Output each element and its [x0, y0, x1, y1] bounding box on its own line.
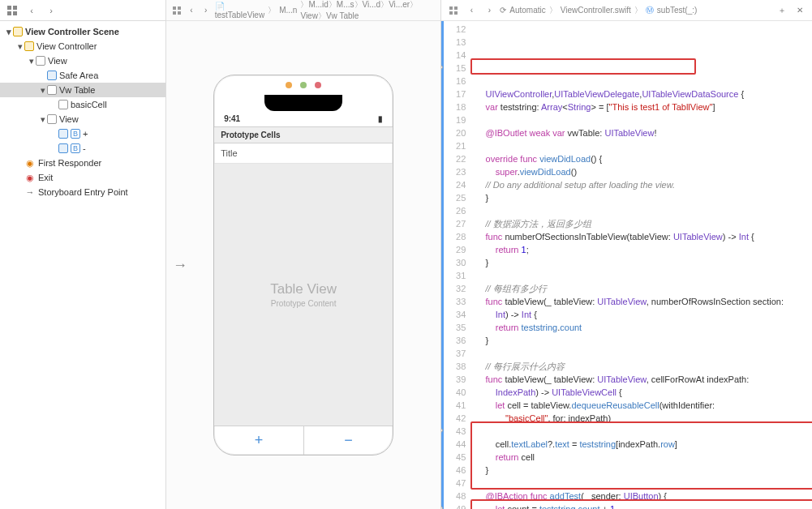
code-line[interactable]: var teststring: Array<String> = ["This i…	[475, 101, 807, 113]
table-view-body[interactable]: Table View Prototype Content	[214, 164, 393, 426]
code-line[interactable]: let cell = tableView.dequeueReusableCell…	[475, 399, 807, 412]
code-line[interactable]: return teststring.count	[475, 321, 807, 334]
line-number[interactable]: 32	[444, 282, 466, 295]
nav-back-icon[interactable]: ‹	[24, 3, 39, 18]
code-line[interactable]: func tableView(_ tableView: UITableView,…	[475, 373, 807, 386]
disclosure-icon[interactable]: ▾	[39, 85, 47, 96]
outline-row[interactable]: ▾Vw Table	[0, 83, 165, 97]
line-number[interactable]: 18	[444, 101, 466, 113]
subtract-button[interactable]: −	[303, 426, 393, 455]
outline-row[interactable]: Safe Area	[0, 68, 165, 83]
breadcrumb-item[interactable]: M...id	[308, 0, 328, 9]
code-line[interactable]: UIViewController,UITableViewDelegate,UIT…	[475, 88, 807, 101]
line-number[interactable]: 24	[444, 178, 466, 191]
editor-mode[interactable]: Automatic	[509, 6, 545, 15]
code-line[interactable]: cell.textLabel?.text = teststring[indexP…	[475, 438, 807, 451]
code-line[interactable]: let count = teststring.count + 1	[475, 503, 807, 509]
entry-point-arrow-icon[interactable]: →	[173, 257, 187, 274]
disclosure-icon[interactable]: ▾	[5, 27, 13, 37]
line-number[interactable]: 22	[444, 152, 466, 165]
code-line[interactable]: "basicCell", for: indexPath)	[475, 412, 807, 425]
outline-row[interactable]: B+	[0, 126, 165, 141]
code-line[interactable]: }	[475, 464, 807, 477]
line-number[interactable]: 46	[444, 464, 466, 477]
code-line[interactable]: IndexPath) -> UITableViewCell {	[475, 386, 807, 399]
breadcrumb-item[interactable]: Vi...d	[363, 0, 381, 9]
code-line[interactable]: // 每组有多少行	[475, 282, 807, 295]
editor-symbol[interactable]: subTest(_:)	[657, 6, 697, 15]
outline-row[interactable]: ◉Exit	[0, 170, 165, 185]
line-number[interactable]: 17	[444, 88, 466, 101]
grid-icon[interactable]	[5, 3, 19, 18]
line-number[interactable]: 28	[444, 230, 466, 243]
code-line[interactable]: @IBAction func addTest(_ sender: UIButto…	[475, 490, 807, 503]
line-number[interactable]: 44	[444, 438, 466, 451]
connection-indicator-icon[interactable]	[441, 426, 444, 434]
line-number[interactable]: 36	[444, 334, 466, 347]
canvas-body[interactable]: → 9:41 ▮ Prototype Cells Title Table Vie	[166, 21, 440, 509]
code-line[interactable]: return 1;	[475, 243, 807, 256]
outline-row[interactable]: ▾View Controller	[0, 39, 165, 53]
line-number[interactable]: 27	[444, 217, 466, 230]
code-line[interactable]: Int) -> Int {	[475, 308, 807, 321]
line-number[interactable]: 33	[444, 295, 466, 308]
disclosure-icon[interactable]: ▾	[39, 114, 47, 125]
editor-file[interactable]: ViewController.swift	[561, 6, 631, 15]
outline-row[interactable]: ▾View	[0, 53, 165, 68]
disclosure-icon[interactable]: ▾	[28, 56, 36, 66]
code-line[interactable]	[475, 113, 807, 126]
line-number[interactable]: 37	[444, 347, 466, 360]
code-line[interactable]: override func viewDidLoad() {	[475, 152, 807, 165]
breadcrumb-project[interactable]: 📄 testTableView	[215, 2, 265, 19]
code-line[interactable]	[475, 269, 807, 282]
line-number[interactable]: 39	[444, 373, 466, 386]
outline-row[interactable]: ▾View	[0, 112, 165, 126]
nav-back-icon[interactable]: ‹	[464, 3, 479, 18]
nav-back-icon[interactable]: ‹	[186, 3, 197, 18]
outline-row[interactable]: →Storyboard Entry Point	[0, 185, 165, 199]
code-area[interactable]: UIViewController,UITableViewDelegate,UIT…	[470, 21, 812, 509]
line-number[interactable]: 45	[444, 451, 466, 464]
code-line[interactable]: // 数据源方法，返回多少组	[475, 217, 807, 230]
code-line[interactable]	[475, 425, 807, 438]
line-number[interactable]: 15	[444, 62, 466, 75]
line-number[interactable]: 26	[444, 204, 466, 217]
connection-indicator-icon[interactable]	[441, 62, 444, 71]
connection-indicator-icon[interactable]	[441, 503, 444, 509]
code-line[interactable]: func numberOfSectionsInTableView(tableVi…	[475, 230, 807, 243]
line-number[interactable]: 38	[444, 360, 466, 373]
breadcrumb-file[interactable]: M...n	[279, 6, 297, 15]
code-line[interactable]	[475, 347, 807, 360]
line-number[interactable]: 47	[444, 477, 466, 490]
line-number[interactable]: 12	[444, 23, 466, 36]
line-number[interactable]: 13	[444, 36, 466, 49]
nav-forward-icon[interactable]: ›	[44, 3, 58, 18]
code-line[interactable]: }	[475, 191, 807, 204]
line-number[interactable]: 23	[444, 165, 466, 178]
iphone-mock[interactable]: 9:41 ▮ Prototype Cells Title Table View …	[213, 75, 393, 456]
line-number[interactable]: 42	[444, 412, 466, 425]
line-number[interactable]: 14	[444, 49, 466, 62]
code-line[interactable]: @IBOutlet weak var vwTable: UITableView!	[475, 126, 807, 139]
code-line[interactable]	[475, 204, 807, 217]
breadcrumb-item[interactable]: Vw Table	[326, 11, 359, 20]
line-number[interactable]: 30	[444, 256, 466, 269]
code-line[interactable]: func tableView(_ tableView: UITableView,…	[475, 295, 807, 308]
code-line[interactable]: // 每行展示什么内容	[475, 360, 807, 373]
code-line[interactable]: }	[475, 334, 807, 347]
nav-forward-icon[interactable]: ›	[200, 3, 212, 18]
close-editor-icon[interactable]: ✕	[793, 3, 807, 18]
code-line[interactable]	[475, 477, 807, 490]
line-number[interactable]: 29	[444, 243, 466, 256]
code-line[interactable]: return cell	[475, 451, 807, 464]
code-line[interactable]: super.viewDidLoad()	[475, 165, 807, 178]
line-number[interactable]: 21	[444, 139, 466, 152]
breadcrumb-item[interactable]: Vi...er	[389, 0, 410, 9]
nav-forward-icon[interactable]: ›	[482, 3, 496, 18]
line-number[interactable]: 19	[444, 113, 466, 126]
breadcrumb-item[interactable]: View	[300, 11, 318, 20]
line-number[interactable]: 40	[444, 386, 466, 399]
line-number[interactable]: 43	[444, 425, 466, 438]
outline-row[interactable]: basicCell	[0, 97, 165, 112]
outline-row[interactable]: ◉First Responder	[0, 156, 165, 170]
